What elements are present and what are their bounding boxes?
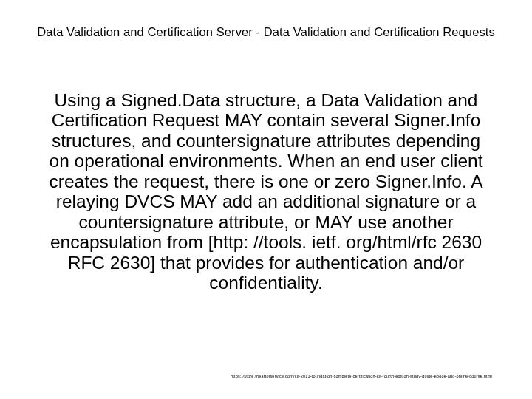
footer-link-text: https://store.theartofservice.com/itil-2…	[40, 374, 492, 378]
slide: Data Validation and Certification Server…	[0, 0, 532, 399]
slide-title: Data Validation and Certification Server…	[0, 25, 532, 39]
slide-body-text: Using a Signed.Data structure, a Data Va…	[43, 90, 489, 293]
